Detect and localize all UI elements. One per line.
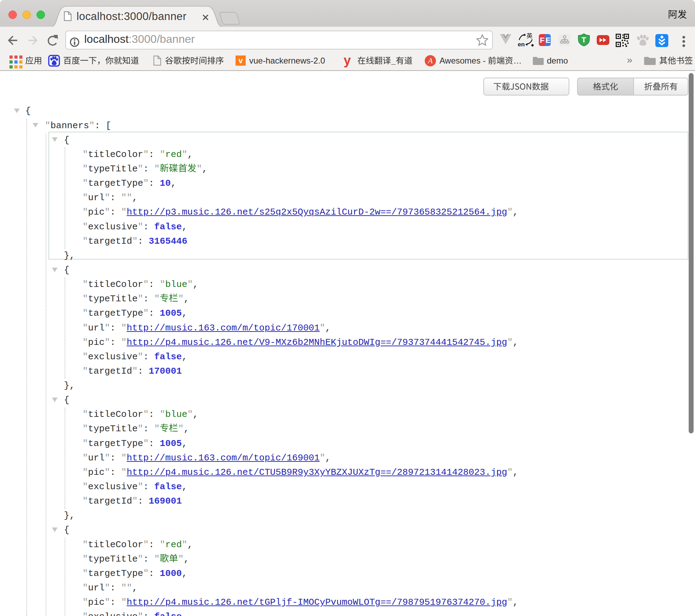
svg-text:E: E	[545, 36, 551, 45]
svg-text:F: F	[540, 36, 544, 45]
svg-text:T: T	[582, 35, 587, 44]
svg-text:en: en	[518, 41, 525, 48]
